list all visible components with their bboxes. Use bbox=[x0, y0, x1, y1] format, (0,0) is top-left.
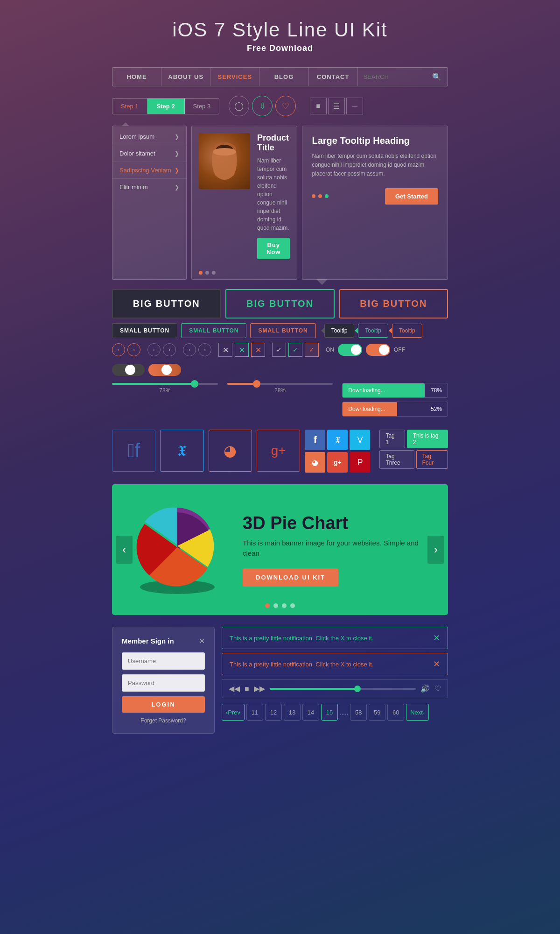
big-button-dark[interactable]: BIG BUTTON bbox=[112, 289, 221, 318]
nav-blog[interactable]: BLOG bbox=[259, 68, 308, 86]
volume-icon[interactable]: 🔊 bbox=[420, 684, 430, 693]
big-button-orange[interactable]: BIG BUTTON bbox=[339, 289, 448, 318]
tooltip-dark[interactable]: Tooltip bbox=[324, 324, 355, 338]
page-14[interactable]: 14 bbox=[302, 704, 319, 721]
nav-about[interactable]: ABOUT US bbox=[161, 68, 210, 86]
audio-rewind[interactable]: ◀◀ bbox=[229, 684, 240, 693]
audio-stop[interactable]: ■ bbox=[245, 685, 249, 693]
social-tw-small[interactable]: 𝖃 bbox=[327, 430, 348, 450]
heart-icon[interactable]: ♡ bbox=[434, 684, 441, 693]
slider-thumb-orange[interactable] bbox=[253, 380, 260, 388]
chevron-left-2[interactable]: ‹ bbox=[147, 343, 161, 356]
cross-2[interactable]: ✕ bbox=[235, 343, 249, 357]
password-input[interactable] bbox=[122, 674, 205, 692]
dropdown-item-4[interactable]: Elitr minim ❯ bbox=[112, 179, 186, 195]
chevron-right-2[interactable]: › bbox=[163, 343, 176, 356]
social-gp-small[interactable]: g+ bbox=[327, 452, 348, 473]
step-2[interactable]: Step 2 bbox=[147, 99, 185, 114]
check-1[interactable]: ✓ bbox=[272, 343, 286, 357]
page-58[interactable]: 58 bbox=[350, 704, 367, 721]
tag-2[interactable]: This is tag 2 bbox=[407, 430, 448, 448]
social-facebook-big[interactable]: f bbox=[112, 430, 155, 472]
step-1[interactable]: Step 1 bbox=[112, 99, 147, 114]
search-input[interactable] bbox=[364, 73, 432, 80]
tag-3[interactable]: Tag Three bbox=[379, 450, 414, 469]
large-toggle-orange[interactable] bbox=[148, 364, 181, 376]
cross-3[interactable]: ✕ bbox=[251, 343, 265, 357]
chevron-right-3[interactable]: › bbox=[198, 343, 211, 356]
tooltip-dot-3[interactable] bbox=[325, 194, 329, 198]
step-icon-clock[interactable]: ◯ bbox=[229, 96, 249, 116]
nav-contact[interactable]: CONTACT bbox=[309, 68, 358, 86]
dropdown-item-2[interactable]: Dolor sitamet ❯ bbox=[112, 145, 186, 162]
page-13[interactable]: 13 bbox=[284, 704, 301, 721]
tag-4[interactable]: Tag Four bbox=[416, 450, 448, 469]
check-3[interactable]: ✓ bbox=[305, 343, 319, 357]
get-started-button[interactable]: Get Started bbox=[385, 188, 438, 205]
banner-title: 3D Pie Chart bbox=[243, 513, 434, 533]
dot-1[interactable] bbox=[199, 271, 203, 275]
username-input[interactable] bbox=[122, 652, 205, 670]
tooltip-orange[interactable]: Tooltip bbox=[392, 324, 422, 338]
step-icon-download[interactable]: ⇩ bbox=[252, 96, 273, 116]
page-12[interactable]: 12 bbox=[265, 704, 282, 721]
dropdown-item-1[interactable]: Lorem ipsum ❯ bbox=[112, 128, 186, 145]
tooltip-dot-1[interactable] bbox=[312, 194, 315, 198]
banner-dot-3[interactable] bbox=[282, 603, 287, 608]
banner-next-button[interactable]: › bbox=[427, 536, 444, 564]
tooltip-green[interactable]: Tooltip bbox=[358, 324, 388, 338]
step-3[interactable]: Step 3 bbox=[185, 99, 219, 114]
nav-home[interactable]: HOME bbox=[112, 68, 161, 86]
notification-close-green[interactable]: ✕ bbox=[433, 633, 440, 643]
big-button-green[interactable]: BIG BUTTON bbox=[225, 289, 334, 318]
social-rss-small[interactable]: ◕ bbox=[305, 452, 325, 473]
social-twitter-big[interactable]: 𝖃 bbox=[160, 430, 203, 472]
tooltip-dot-2[interactable] bbox=[318, 194, 322, 198]
chevron-left-3[interactable]: ‹ bbox=[183, 343, 196, 356]
nav-services[interactable]: SERVICES bbox=[210, 68, 259, 86]
login-button[interactable]: LOGIN bbox=[122, 696, 205, 713]
dot-3[interactable] bbox=[212, 271, 216, 275]
large-toggle-gray[interactable] bbox=[112, 364, 145, 376]
notification-close-orange[interactable]: ✕ bbox=[433, 659, 440, 669]
buy-now-button[interactable]: Buy Now bbox=[257, 238, 290, 259]
banner-prev-button[interactable]: ‹ bbox=[116, 536, 133, 564]
forgot-password-link[interactable]: Forget Password? bbox=[122, 717, 205, 724]
toggle-orange[interactable] bbox=[366, 344, 390, 356]
banner-dot-2[interactable] bbox=[273, 603, 278, 608]
toggle-on[interactable] bbox=[338, 344, 362, 356]
page-59[interactable]: 59 bbox=[369, 704, 385, 721]
audio-progress-bar[interactable] bbox=[270, 688, 416, 690]
prev-button[interactable]: ‹ Prev bbox=[222, 704, 245, 721]
view-list[interactable]: ☰ bbox=[328, 98, 345, 114]
page-11[interactable]: 11 bbox=[246, 704, 263, 721]
social-fb-small[interactable]: f bbox=[305, 430, 325, 450]
view-grid[interactable]: ■ bbox=[310, 98, 327, 114]
audio-forward[interactable]: ▶▶ bbox=[254, 684, 265, 693]
social-googleplus-big[interactable]: g+ bbox=[257, 430, 300, 472]
step-icon-heart[interactable]: ♡ bbox=[275, 96, 296, 116]
download-ui-button[interactable]: DOWNLOAD UI KIT bbox=[243, 568, 338, 587]
chevron-left-1[interactable]: ‹ bbox=[112, 343, 125, 356]
cross-1[interactable]: ✕ bbox=[218, 343, 232, 357]
view-lines[interactable]: ─ bbox=[346, 98, 363, 114]
banner-dot-4[interactable] bbox=[290, 603, 295, 608]
signin-close-button[interactable]: ✕ bbox=[199, 637, 205, 645]
small-button-dark[interactable]: SMALL BUTTON bbox=[112, 323, 177, 338]
page-60[interactable]: 60 bbox=[387, 704, 404, 721]
small-button-green[interactable]: SMALL BUTTON bbox=[181, 323, 246, 338]
download-label-2: Downloading... bbox=[348, 406, 385, 412]
chevron-right-1[interactable]: › bbox=[127, 343, 140, 356]
social-rss-big[interactable]: ◕ bbox=[209, 430, 252, 472]
social-pinterest-small[interactable]: P bbox=[350, 452, 370, 473]
banner-dot-1[interactable] bbox=[265, 603, 270, 608]
tag-1[interactable]: Tag 1 bbox=[379, 430, 405, 448]
check-2[interactable]: ✓ bbox=[288, 343, 302, 357]
slider-thumb-green[interactable] bbox=[191, 380, 198, 388]
dropdown-item-3[interactable]: Sadipscing Veniam ❯ bbox=[112, 162, 186, 179]
dot-2[interactable] bbox=[205, 271, 209, 275]
next-button[interactable]: Next › bbox=[406, 704, 429, 721]
social-vimeo-small[interactable]: V bbox=[350, 430, 370, 450]
page-15[interactable]: 15 bbox=[321, 704, 338, 721]
small-button-orange[interactable]: SMALL BUTTON bbox=[250, 323, 315, 338]
